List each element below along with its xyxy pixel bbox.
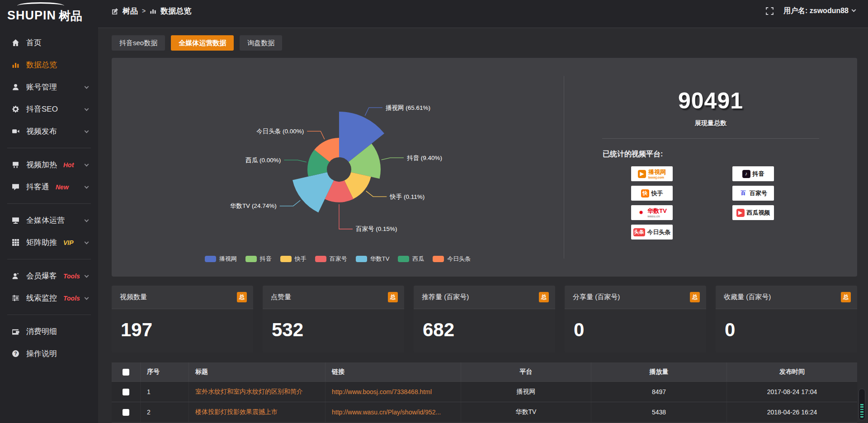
sidebar-item-label: 数据总览 xyxy=(26,60,57,70)
sidebar-item-spending-details[interactable]: 消费明细 xyxy=(0,320,98,343)
wasu-logo-icon: ✸ xyxy=(637,209,645,217)
legend-item[interactable]: 快手 xyxy=(280,255,307,263)
row-index: 1 xyxy=(141,382,189,402)
user-menu[interactable]: 用户名: zswodun88 xyxy=(783,6,855,16)
sidebar-divider xyxy=(7,148,91,148)
video-title-link[interactable]: 室外水纹灯和室内水纹灯的区别和简介 xyxy=(189,382,326,402)
new-badge: New xyxy=(56,183,69,191)
scroll-indicator[interactable] xyxy=(859,389,865,420)
sidebar-item-doketong[interactable]: 抖客通 New xyxy=(0,176,98,198)
sidebar-item-label: 线索监控 xyxy=(26,293,57,303)
breadcrumb-separator: > xyxy=(142,7,146,14)
label-leader-line xyxy=(307,131,325,139)
row-platform: 华数TV xyxy=(461,402,591,422)
platform-name: 西瓜视频 xyxy=(747,210,770,216)
tab-omnimedia-data[interactable]: 全媒体运营数据 xyxy=(171,35,234,51)
row-checkbox[interactable] xyxy=(123,389,129,395)
row-views: 5438 xyxy=(591,402,727,422)
stat-value: 0 xyxy=(574,319,706,341)
legend-item[interactable]: 华数TV xyxy=(356,255,390,263)
sidebar-item-omnimedia-operation[interactable]: 全媒体运营 xyxy=(0,209,98,231)
sidebar-item-matrix-boost[interactable]: 矩阵助推 VIP xyxy=(0,231,98,254)
stat-label: 视频数量 xyxy=(120,293,147,301)
total-badge: 总 xyxy=(388,292,398,302)
platform-name: 华数TV xyxy=(647,208,667,214)
legend-item[interactable]: 百家号 xyxy=(315,255,347,263)
platform-name: 百家号 xyxy=(750,190,767,196)
video-title-link[interactable]: 楼体投影灯投影效果震撼上市 xyxy=(189,402,326,422)
chevron-down-icon xyxy=(85,217,89,222)
legend-item[interactable]: 西瓜 xyxy=(398,255,424,263)
sidebar-item-douyin-seo[interactable]: 抖音SEO xyxy=(0,98,98,120)
sidebar-divider xyxy=(7,259,91,259)
stat-value: 0 xyxy=(725,319,857,341)
legend-item[interactable]: 播视网 xyxy=(205,255,237,263)
sidebar-item-video-publish[interactable]: 视频发布 xyxy=(0,120,98,142)
stat-card-recommendations: 推荐量 (百家号)总 682 xyxy=(414,286,555,352)
pie-slice[interactable] xyxy=(292,172,334,212)
chevron-down-icon xyxy=(85,184,89,188)
tab-label: 全媒体运营数据 xyxy=(179,39,226,47)
tab-label: 抖音seo数据 xyxy=(119,39,157,47)
platform-badge-boosj: ▶ 播视网boosj.com xyxy=(631,166,673,181)
sidebar-item-label: 账号管理 xyxy=(26,82,57,92)
baijiahao-logo-icon: 百 xyxy=(739,189,747,197)
fullscreen-icon[interactable] xyxy=(766,7,774,15)
main-content: 抖音seo数据 全媒体运营数据 询盘数据 播视网 (65.61%)抖音 (9.4… xyxy=(98,28,868,423)
row-checkbox[interactable] xyxy=(123,409,129,416)
stat-card-shares: 分享量 (百家号)总 0 xyxy=(565,286,706,352)
legend-swatch xyxy=(433,256,444,262)
bar-chart-icon xyxy=(12,61,19,69)
sidebar-item-home[interactable]: 首页 xyxy=(0,32,98,54)
sidebar-item-label: 全媒体运营 xyxy=(26,215,65,226)
select-all-checkbox[interactable] xyxy=(123,369,129,376)
legend-label: 华数TV xyxy=(370,255,390,263)
member-icon xyxy=(12,272,19,280)
breadcrumb-current[interactable]: 数据总览 xyxy=(160,6,191,16)
chevron-down-icon xyxy=(85,128,89,133)
monitor-icon xyxy=(12,216,19,224)
video-url-link[interactable]: http://www.boosj.com/7338468.html xyxy=(326,382,461,402)
chevron-down-icon xyxy=(85,240,89,244)
chevron-down-icon xyxy=(85,84,89,89)
tab-inquiry-data[interactable]: 询盘数据 xyxy=(240,35,282,51)
sidebar-item-instructions[interactable]: ? 操作说明 xyxy=(0,343,98,365)
sidebar-item-label: 会员爆客 xyxy=(26,271,57,281)
legend-swatch xyxy=(280,256,292,262)
platform-badges: ▶ 播视网boosj.com ♪ 抖音 快 快手 百 百家号 ✸ 华数TVw xyxy=(631,166,857,240)
home-icon xyxy=(12,39,19,47)
sidebar-item-data-overview[interactable]: 数据总览 xyxy=(0,54,98,76)
platform-badge-xigua: ▶ 西瓜视频 xyxy=(732,205,774,220)
row-views: 8497 xyxy=(591,382,727,402)
breadcrumb-home[interactable]: 树品 xyxy=(123,6,138,16)
sidebar-menu: 首页 数据总览 账号管理 抖音SEO 视频发布 视频加热 Hot xyxy=(0,24,98,365)
sidebar-item-label: 抖客通 xyxy=(26,182,49,192)
column-header-views: 播放量 xyxy=(591,362,727,381)
legend-item[interactable]: 抖音 xyxy=(245,255,272,263)
sidebar-item-video-heating[interactable]: 视频加热 Hot xyxy=(0,154,98,176)
tab-douyin-seo-data[interactable]: 抖音seo数据 xyxy=(112,35,165,51)
column-header-publish-time: 发布时间 xyxy=(727,362,857,381)
sidebar-item-member-burst[interactable]: 会员爆客 Tools xyxy=(0,265,98,287)
video-url-link[interactable]: http://www.wasu.cn/Play/show/id/952... xyxy=(326,402,461,422)
logo-arc-decoration xyxy=(17,2,64,9)
column-header-link: 链接 xyxy=(326,362,461,381)
legend-item[interactable]: 今日头条 xyxy=(433,255,471,263)
row-platform: 播视网 xyxy=(461,382,591,402)
sidebar-item-label: 视频发布 xyxy=(26,126,57,136)
platform-sub: boosj.com xyxy=(648,176,664,179)
chevron-down-icon xyxy=(85,106,89,111)
sidebar-item-label: 操作说明 xyxy=(26,348,57,359)
table-row: 1 室外水纹灯和室内水纹灯的区别和简介 http://www.boosj.com… xyxy=(112,381,857,402)
topbar: 树品 > 数据总览 用户名: zswodun88 xyxy=(98,0,868,28)
vip-badge: VIP xyxy=(63,239,74,246)
rose-pie-chart[interactable]: 播视网 (65.61%)抖音 (9.40%)快手 (0.11%)百家号 (0.1… xyxy=(112,58,564,277)
legend-label: 西瓜 xyxy=(412,255,424,263)
sidebar-item-label: 消费明细 xyxy=(26,326,57,337)
total-impressions-value: 90491 xyxy=(564,88,857,114)
platform-badge-wasu: ✸ 华数TVwasu.cn xyxy=(631,205,673,220)
total-badge: 总 xyxy=(690,292,700,302)
sidebar-item-account-management[interactable]: 账号管理 xyxy=(0,76,98,98)
legend-label: 百家号 xyxy=(330,255,347,263)
sidebar-item-lead-monitoring[interactable]: 线索监控 Tools xyxy=(0,287,98,309)
